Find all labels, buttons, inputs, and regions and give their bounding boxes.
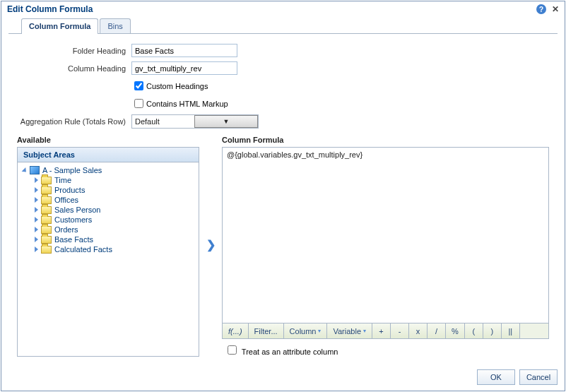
expand-icon[interactable]	[35, 187, 38, 193]
edit-column-formula-dialog: Edit Column Formula ? ✕ Column Formula B…	[1, 1, 565, 391]
formula-toolbar: f(...) Filter... Column▾ Variable▾ + - x…	[222, 323, 549, 339]
folder-heading-input[interactable]	[131, 44, 237, 57]
tab-column-formula[interactable]: Column Formula	[21, 18, 98, 34]
multiply-button[interactable]: x	[409, 323, 428, 338]
expand-icon[interactable]	[35, 207, 38, 213]
folder-icon	[41, 216, 52, 224]
filter-button[interactable]: Filter...	[249, 323, 284, 338]
folder-icon	[41, 186, 52, 194]
expand-icon[interactable]	[35, 217, 38, 222]
dialog-title: Edit Column Formula	[7, 4, 536, 14]
titlebar: Edit Column Formula ? ✕	[1, 1, 565, 17]
folder-heading-label: Folder Heading	[17, 47, 131, 55]
tab-bins[interactable]: Bins	[100, 18, 130, 33]
available-panel: Available Subject Areas A - Sample Sales…	[17, 133, 199, 357]
variable-button[interactable]: Variable▾	[327, 323, 372, 338]
agg-rule-value: Default	[132, 117, 194, 126]
folder-icon	[41, 206, 52, 214]
folder-icon	[41, 236, 52, 244]
minus-button[interactable]: -	[391, 323, 409, 338]
expand-icon[interactable]	[35, 237, 38, 242]
shuttle-right-icon[interactable]: ❯	[206, 238, 216, 251]
folder-icon	[41, 246, 52, 254]
help-icon[interactable]: ?	[536, 4, 546, 14]
tab-row: Column Formula Bins	[8, 17, 558, 34]
expand-icon[interactable]	[35, 247, 38, 252]
expand-icon[interactable]	[22, 167, 28, 174]
contains-html-label: Contains HTML Markup	[146, 100, 228, 108]
tree-body: A - Sample Sales Time Products	[18, 162, 199, 257]
available-title: Available	[17, 136, 199, 144]
folder-icon	[41, 177, 52, 184]
folder-icon	[41, 226, 52, 234]
formula-title: Column Formula	[222, 136, 549, 144]
chevron-down-icon[interactable]: ▼	[194, 115, 258, 128]
column-heading-label: Column Heading	[17, 64, 131, 73]
close-icon[interactable]: ✕	[550, 4, 560, 14]
contains-html-checkbox[interactable]	[134, 99, 143, 108]
shuttle-column: ❯	[204, 133, 218, 357]
formula-panel: Column Formula f(...) Filter... Column▾ …	[222, 133, 549, 357]
formula-textarea[interactable]	[222, 147, 549, 323]
folder-icon	[41, 196, 52, 204]
cancel-button[interactable]: Cancel	[519, 369, 558, 385]
divide-button[interactable]: /	[428, 323, 446, 338]
tree-root-label[interactable]: A - Sample Sales	[42, 166, 102, 174]
custom-headings-label: Custom Headings	[146, 82, 208, 90]
treat-attribute-checkbox[interactable]	[228, 345, 237, 355]
lparen-button[interactable]: (	[465, 323, 483, 338]
custom-headings-checkbox[interactable]	[134, 81, 143, 90]
subject-areas-header: Subject Areas	[18, 148, 199, 162]
concat-button[interactable]: ||	[502, 323, 520, 338]
dialog-body: Folder Heading Column Heading Custom Hea…	[8, 34, 558, 361]
percent-button[interactable]: %	[446, 323, 465, 338]
plus-button[interactable]: +	[372, 323, 391, 338]
cube-icon	[30, 166, 40, 174]
agg-rule-label: Aggregation Rule (Totals Row)	[17, 117, 131, 126]
subject-areas-tree[interactable]: Subject Areas A - Sample Sales Time	[17, 147, 199, 357]
column-heading-input[interactable]	[131, 61, 237, 75]
treat-attribute-label: Treat as an attribute column	[242, 348, 338, 356]
expand-icon[interactable]	[35, 177, 38, 183]
dialog-footer: OK Cancel	[1, 365, 565, 391]
agg-rule-select[interactable]: Default ▼	[131, 114, 259, 129]
expand-icon[interactable]	[35, 227, 38, 232]
ok-button[interactable]: OK	[477, 369, 515, 385]
column-button[interactable]: Column▾	[284, 323, 328, 338]
tree-folder-calculated-facts[interactable]: Calculated Facts	[19, 244, 197, 254]
fx-button[interactable]: f(...)	[223, 323, 249, 338]
rparen-button[interactable]: )	[483, 323, 502, 338]
expand-icon[interactable]	[35, 197, 38, 203]
